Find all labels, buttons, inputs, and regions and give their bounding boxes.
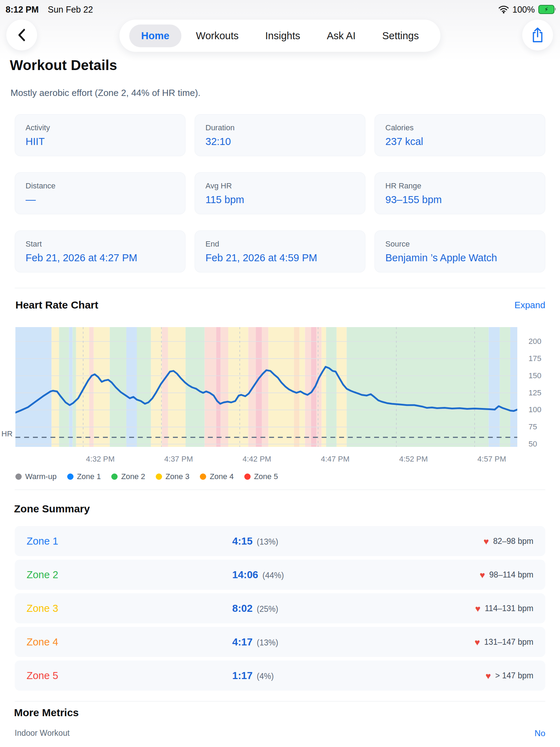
zone-band-redpink	[256, 327, 262, 447]
zone-summary-row[interactable]: Zone 51:17(4%)♥> 147 bpm	[15, 660, 545, 691]
zone-time: 4:15	[232, 535, 253, 547]
legend-label: Zone 4	[210, 472, 234, 481]
zone-band-green	[500, 327, 510, 447]
stat-label: End	[205, 240, 355, 249]
status-bar: 8:12 PM Sun Feb 22 100% ⚡	[0, 4, 560, 15]
legend-label: Zone 5	[254, 472, 278, 481]
metric-value[interactable]: No	[534, 728, 545, 738]
share-icon	[531, 27, 544, 43]
wifi-icon	[498, 5, 509, 14]
zone-bpm-range: ♥114–131 bpm	[475, 604, 533, 613]
zone-time-group: 4:15(13%)	[232, 535, 278, 547]
zone-time: 14:06	[232, 569, 258, 581]
legend-item-zone-5: Zone 5	[244, 472, 278, 481]
charging-bolt-icon: ⚡	[544, 7, 548, 13]
zone-name: Zone 3	[27, 603, 58, 614]
status-right: 100% ⚡	[498, 5, 554, 15]
zone-band-blue	[510, 327, 517, 447]
zone-name: Zone 1	[27, 535, 58, 547]
chevron-left-icon	[16, 28, 27, 42]
legend-item-zone-4: Zone 4	[200, 472, 234, 481]
zone-band-green	[186, 327, 204, 447]
legend-label: Zone 1	[77, 472, 101, 481]
zone-percent: (13%)	[257, 638, 278, 648]
stat-label: Duration	[205, 123, 355, 132]
heart-icon: ♥	[475, 637, 480, 646]
zone-summary-row[interactable]: Zone 38:02(25%)♥114–131 bpm	[15, 593, 545, 623]
tab-workouts[interactable]: Workouts	[184, 25, 251, 47]
share-button[interactable]	[522, 20, 553, 50]
legend-dot-icon	[156, 473, 162, 480]
y-axis-tick-150: 150	[528, 371, 541, 380]
more-metrics-title: More Metrics	[14, 707, 79, 719]
zone-band-blue	[489, 327, 500, 447]
zone-range-text: 98–114 bpm	[489, 570, 533, 580]
zone-range-text: > 147 bpm	[495, 671, 533, 680]
zone-summary-row[interactable]: Zone 214:06(44%)♥98–114 bpm	[15, 560, 545, 590]
legend-label: Warm-up	[25, 472, 57, 481]
zone-summary-row[interactable]: Zone 44:17(13%)♥131–147 bpm	[15, 627, 545, 657]
x-axis-tick: 4:37 PM	[164, 455, 193, 464]
zone-summary-row[interactable]: Zone 14:15(13%)♥82–98 bpm	[15, 526, 545, 556]
heart-icon: ♥	[479, 570, 485, 579]
zone-band-yellow	[268, 327, 294, 447]
zone-band-blue	[126, 327, 137, 447]
stat-value: Feb 21, 2026 at 4:27 PM	[26, 252, 175, 264]
tab-settings[interactable]: Settings	[370, 25, 431, 47]
zone-percent: (25%)	[257, 604, 278, 614]
stat-label: Calories	[385, 123, 534, 132]
stat-value: HIIT	[26, 136, 175, 147]
legend-dot-icon	[244, 473, 251, 480]
stat-card-distance: Distance—	[15, 172, 186, 214]
zone-band-green	[137, 327, 151, 447]
zone-time-group: 8:02(25%)	[232, 603, 278, 614]
zone-time: 8:02	[232, 603, 253, 614]
zone-summary-list: Zone 14:15(13%)♥82–98 bpmZone 214:06(44%…	[15, 526, 545, 691]
legend-dot-icon	[111, 473, 118, 480]
zone-band-blue	[69, 327, 72, 447]
chart-header: Heart Rate Chart Expand	[15, 299, 545, 311]
zone-name: Zone 5	[27, 670, 58, 682]
legend-item-zone-2: Zone 2	[111, 472, 145, 481]
zone-band-green	[346, 327, 489, 447]
heart-icon: ♥	[475, 604, 481, 613]
zone-band-pink	[262, 327, 268, 447]
zone-bpm-range: ♥82–98 bpm	[483, 537, 533, 546]
back-button[interactable]	[6, 20, 37, 50]
heart-rate-chart: HR 20017515012510075504:32 PM4:37 PM4:42…	[15, 327, 544, 478]
legend-label: Zone 2	[121, 472, 145, 481]
zone-band-yellow	[51, 327, 59, 447]
zone-band-orange	[294, 327, 300, 447]
x-axis-tick: 4:42 PM	[243, 455, 271, 464]
zone-band-pink	[162, 327, 168, 447]
status-time: 8:12 PM	[6, 5, 38, 15]
stats-grid: ActivityHIITDuration32:10Calories237 kca…	[15, 114, 545, 272]
chart-plot-area[interactable]	[15, 327, 517, 447]
chart-title: Heart Rate Chart	[15, 299, 98, 311]
tab-insights[interactable]: Insights	[253, 25, 312, 47]
zone-time-group: 4:17(13%)	[232, 636, 278, 648]
stat-card-hr-range: HR Range93–155 bpm	[374, 172, 545, 214]
zone-time-group: 14:06(44%)	[232, 569, 284, 581]
hr-axis-label: HR	[1, 429, 13, 438]
nav-tab-bar: HomeWorkoutsInsightsAsk AISettings	[119, 20, 440, 52]
legend-label: Zone 3	[166, 472, 190, 481]
legend-item-warm-up: Warm-up	[15, 472, 57, 481]
zone-band-yellow	[151, 327, 162, 447]
stat-value: 93–155 bpm	[385, 194, 534, 206]
zone-band-yellow	[76, 327, 89, 447]
heart-icon: ♥	[483, 537, 489, 546]
zone-band-green	[72, 327, 76, 447]
tab-ask-ai[interactable]: Ask AI	[315, 25, 368, 47]
zone-band-pink	[316, 327, 321, 447]
x-axis-tick: 4:32 PM	[86, 455, 115, 464]
expand-link[interactable]: Expand	[514, 300, 545, 311]
stat-label: Start	[26, 240, 175, 249]
stat-label: Distance	[26, 181, 175, 191]
zone-band-yellow	[94, 327, 110, 447]
zone-range-text: 131–147 bpm	[484, 637, 533, 647]
tab-home[interactable]: Home	[129, 25, 181, 47]
divider	[15, 490, 545, 490]
stat-value: 237 kcal	[385, 136, 534, 147]
y-axis-tick-200: 200	[528, 337, 541, 346]
